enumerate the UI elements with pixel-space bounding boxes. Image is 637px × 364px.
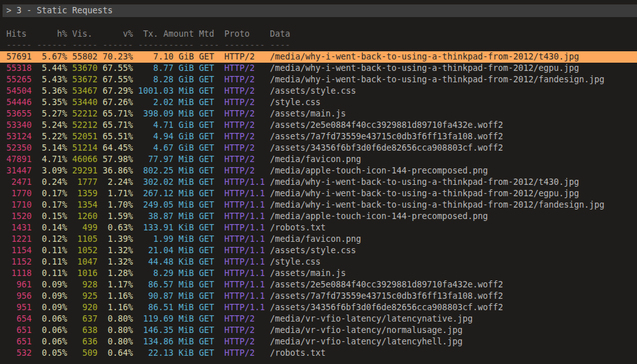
request-path-cell: /media/why-i-went-back-to-using-a-thinkp… [270,63,637,74]
underline-mtd: ---- [199,40,219,51]
table-row[interactable]: 1770 0.17% 1359 1.71% 267.12 MiB GET HTT… [0,188,637,199]
visitors-cell: 1016 [72,268,98,279]
hits-cell: 54504 [6,85,32,97]
table-row[interactable]: 31447 3.09% 29291 36.86% 802.25 MiB GET … [0,165,637,177]
col-header-proto: Proto [224,28,265,40]
protocol-cell: HTTP/1.1 [224,188,265,199]
underline-hits: ----- [6,40,32,51]
request-path-cell: /media/favicon.png [270,154,637,165]
protocol-cell: HTTP/2 [224,313,265,325]
table-row[interactable]: 2471 0.24% 1777 2.24% 302.02 MiB GET HTT… [0,177,637,188]
vis-pct-cell: 65.51% [103,131,133,142]
table-row[interactable]: 53340 5.24% 52212 65.71% 4.71 GiB GET HT… [0,120,637,131]
visitors-cell: 53467 [72,85,98,97]
request-path-cell: /style.css [270,256,637,268]
col-header-data: Data [270,28,637,40]
table-row[interactable]: 654 0.06% 637 0.80% 119.69 MiB GET HTTP/… [0,313,637,325]
method-cell: GET [199,211,219,222]
protocol-cell: HTTP/1.1 [224,279,265,291]
request-path-cell: /assets/style.css [270,245,637,256]
hits-pct-cell: 0.11% [37,245,67,256]
table-row[interactable]: 951 0.09% 920 1.16% 86.51 MiB GET HTTP/1… [0,302,637,313]
table-row[interactable]: 55265 5.43% 53672 67.55% 8.28 GiB GET HT… [0,74,637,85]
table-row[interactable]: 1221 0.12% 1105 1.39% 1.99 MiB GET HTTP/… [0,234,637,245]
tx-amount-cell: 86.51 MiB [138,302,194,313]
tx-amount-cell: 134.86 MiB [138,336,194,348]
hits-cell: 53124 [6,131,32,142]
hits-cell: 1710 [6,199,32,211]
protocol-cell: HTTP/2 [224,85,265,97]
method-cell: GET [199,313,219,325]
visitors-cell: 509 [72,348,98,359]
visitors-cell: 1105 [72,234,98,245]
tx-amount-cell: 398.09 MiB [138,108,194,120]
request-path-cell: /media/favicon.png [270,234,637,245]
table-row[interactable]: 1154 0.11% 1052 1.32% 21.04 MiB GET HTTP… [0,245,637,256]
tx-amount-cell: 2.02 MiB [138,97,194,108]
protocol-cell: HTTP/1.1 [224,211,265,222]
table-row[interactable]: 961 0.09% 928 1.17% 86.57 MiB GET HTTP/1… [0,279,637,291]
table-row[interactable]: 53124 5.22% 52051 65.51% 4.94 GiB GET HT… [0,131,637,142]
protocol-cell: HTTP/2 [224,108,265,120]
hits-pct-cell: 3.09% [37,165,67,177]
table-row[interactable]: 651 0.06% 638 0.80% 146.35 MiB GET HTTP/… [0,325,637,336]
table-row[interactable]: 54504 5.36% 53467 67.29% 1001.03 MiB GET… [0,85,637,97]
hits-cell: 654 [6,313,32,325]
vis-pct-cell: 1.71% [103,188,133,199]
underline-proto: -------- [224,40,265,51]
table-row[interactable]: 1118 0.11% 1016 1.28% 8.29 MiB GET HTTP/… [0,268,637,279]
vis-pct-cell: 65.71% [103,120,133,131]
visitors-cell: 29291 [72,165,98,177]
hits-pct-cell: 5.43% [37,74,67,85]
request-path-cell: /media/vr-vfio-latency/latencynative.jpg [270,313,637,325]
vis-pct-cell: 67.55% [103,63,133,74]
method-cell: GET [199,302,219,313]
visitors-cell: 55802 [72,51,98,63]
hits-cell: 956 [6,291,32,302]
tx-amount-cell: 302.02 MiB [138,177,194,188]
hits-pct-cell: 0.06% [37,336,67,348]
request-path-cell: /robots.txt [270,348,637,359]
visitors-cell: 53672 [72,74,98,85]
table-row[interactable]: 651 0.06% 636 0.80% 134.86 MiB GET HTTP/… [0,336,637,348]
table-row[interactable]: 1152 0.11% 1047 1.32% 44.48 KiB GET HTTP… [0,256,637,268]
tx-amount-cell: 119.69 MiB [138,313,194,325]
request-path-cell: /media/vr-vfio-latency/normalusage.jpg [270,325,637,336]
hits-pct-cell: 0.11% [37,256,67,268]
table-row[interactable]: 956 0.09% 925 1.16% 90.87 MiB GET HTTP/1… [0,291,637,302]
visitors-cell: 637 [72,313,98,325]
table-row[interactable]: 1520 0.15% 1260 1.59% 38.87 MiB GET HTTP… [0,211,637,222]
visitors-cell: 53670 [72,63,98,74]
col-header-vpct: v% [103,28,133,40]
table-row[interactable]: 57691 5.67% 55802 70.23% 7.10 GiB GET HT… [0,51,637,63]
table-row[interactable]: 52350 5.14% 51214 64.45% 4.67 GiB GET HT… [0,142,637,154]
protocol-cell: HTTP/2 [224,154,265,165]
vis-pct-cell: 1.16% [103,302,133,313]
table-row[interactable]: 532 0.05% 509 0.64% 22.13 KiB GET HTTP/2… [0,348,637,359]
request-path-cell: /style.css [270,97,637,108]
vis-pct-cell: 36.86% [103,165,133,177]
static-requests-table: Hits h% Vis. v% Tx. Amount Mtd Proto Dat… [0,28,637,359]
visitors-cell: 51214 [72,142,98,154]
tx-amount-cell: 7.10 GiB [138,51,194,63]
method-cell: GET [199,199,219,211]
hits-cell: 55318 [6,63,32,74]
protocol-cell: HTTP/2 [224,131,265,142]
request-path-cell: /assets/2e5e0884f40cc3929881d89710fa432e… [270,279,637,291]
request-path-cell: /assets/style.css [270,85,637,97]
table-row[interactable]: 53655 5.27% 52212 65.71% 398.09 MiB GET … [0,108,637,120]
vis-pct-cell: 1.70% [103,199,133,211]
protocol-cell: HTTP/2 [224,325,265,336]
vis-pct-cell: 0.64% [103,348,133,359]
table-row[interactable]: 1431 0.14% 499 0.63% 133.91 KiB GET HTTP… [0,222,637,234]
table-row[interactable]: 55318 5.44% 53670 67.55% 8.77 GiB GET HT… [0,63,637,74]
table-row[interactable]: 47891 4.71% 46066 57.98% 77.97 MiB GET H… [0,154,637,165]
method-cell: GET [199,97,219,108]
table-row[interactable]: 54446 5.35% 53440 67.26% 2.02 MiB GET HT… [0,97,637,108]
tx-amount-cell: 4.67 GiB [138,142,194,154]
request-path-cell: /assets/main.js [270,268,637,279]
tx-amount-cell: 8.77 GiB [138,63,194,74]
protocol-cell: HTTP/1.1 [224,199,265,211]
request-path-cell: /assets/7a7fd73559e43715c0db3f6ff13fa108… [270,291,637,302]
table-row[interactable]: 1710 0.17% 1354 1.70% 249.05 MiB GET HTT… [0,199,637,211]
